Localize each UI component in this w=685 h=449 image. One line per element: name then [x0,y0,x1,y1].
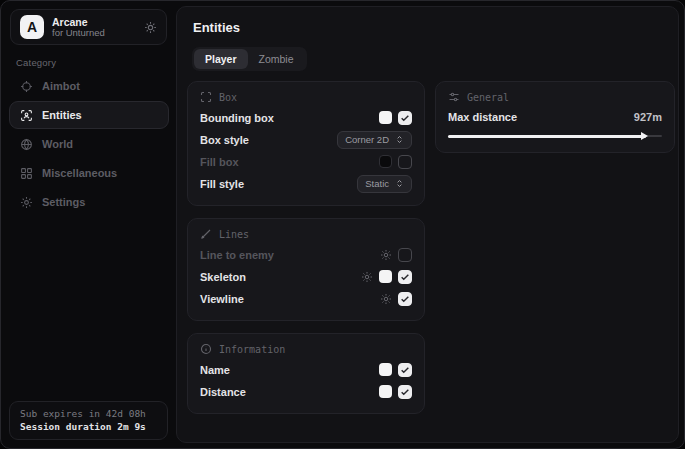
sidebar-item-label: Aimbot [42,80,80,92]
session-duration-text: Session duration 2m 9s [20,421,157,432]
unfold-icon [395,135,404,144]
sidebar-nav: Aimbot Entities World Miscellaneous [9,72,169,216]
viewline-checkbox[interactable] [398,292,412,306]
sidebar-item-aimbot[interactable]: Aimbot [9,72,169,100]
right-column: General Max distance 927m [435,81,675,153]
line-to-enemy-checkbox[interactable] [398,248,412,262]
gear-icon[interactable] [361,271,373,283]
general-section-header: General [448,91,662,103]
sub-expires-text: Sub expires in 42d 08h [20,408,157,419]
setting-row-distance: Distance [200,381,412,402]
box-section-header: Box [200,91,412,103]
sidebar-item-entities[interactable]: Entities [9,101,169,129]
app-window: A Arcane for Unturned Category Aimbot [0,0,685,449]
box-section-card: Box Bounding box Box style C [187,81,425,206]
check-icon [400,365,410,375]
color-swatch[interactable] [379,363,392,376]
lines-section-title: Lines [219,229,249,240]
check-icon [400,113,410,123]
fill-box-checkbox[interactable] [398,155,412,169]
distance-checkbox[interactable] [398,385,412,399]
sidebar-item-world[interactable]: World [9,130,169,158]
fill-style-select[interactable]: Static [357,175,412,193]
setting-row-box-style: Box style Corner 2D [200,129,412,150]
lines-section-card: Lines Line to enemy Skeleton [187,218,425,321]
sidebar: A Arcane for Unturned Category Aimbot [1,1,176,448]
category-label: Category [16,57,56,68]
slider-thumb-arrow[interactable] [641,132,648,140]
box-section-title: Box [219,92,237,103]
general-section-title: General [467,92,509,103]
check-icon [400,387,410,397]
color-swatch[interactable] [379,270,392,283]
diagonal-line-icon [200,228,212,240]
globe-icon [20,138,33,151]
gear-icon[interactable] [380,249,392,261]
brand-title: Arcane [52,16,105,28]
gear-icon [20,196,33,209]
setting-row-viewline: Viewline [200,288,412,309]
crosshair-icon [20,80,33,93]
tab-player[interactable]: Player [194,49,248,69]
max-distance-slider[interactable] [448,131,662,141]
sidebar-item-settings[interactable]: Settings [9,188,169,216]
color-swatch[interactable] [379,111,392,124]
sliders-icon [448,91,460,103]
color-swatch[interactable] [379,155,392,168]
check-icon [400,294,410,304]
color-swatch[interactable] [379,385,392,398]
setting-row-fill-style: Fill style Static [200,173,412,194]
name-checkbox[interactable] [398,363,412,377]
brand-subtitle: for Unturned [52,28,105,39]
brand-text: Arcane for Unturned [52,16,105,39]
info-icon [200,343,212,355]
setting-row-skeleton: Skeleton [200,266,412,287]
grid-icon [20,167,33,180]
setting-row-max-distance: Max distance 927m [448,107,662,127]
skeleton-checkbox[interactable] [398,270,412,284]
general-section-card: General Max distance 927m [435,81,675,153]
setting-row-fill-box: Fill box [200,151,412,172]
box-style-select[interactable]: Corner 2D [337,131,412,149]
slider-fill [448,135,646,138]
gear-icon[interactable] [380,293,392,305]
brand-card: A Arcane for Unturned [10,9,167,45]
gear-icon[interactable] [144,21,157,34]
entity-tabs: Player Zombie [192,47,307,71]
scan-corners-icon [200,91,212,103]
information-section-title: Information [219,344,285,355]
left-column: Box Bounding box Box style C [187,81,425,414]
sidebar-item-label: Miscellaneous [42,167,117,179]
subscription-status-card: Sub expires in 42d 08h Session duration … [9,401,168,440]
entities-scan-icon [20,109,33,122]
setting-row-name: Name [200,359,412,380]
tab-zombie[interactable]: Zombie [248,49,305,69]
bounding-box-checkbox[interactable] [398,111,412,125]
sidebar-item-label: Settings [42,196,85,208]
sidebar-item-miscellaneous[interactable]: Miscellaneous [9,159,169,187]
setting-row-bounding-box: Bounding box [200,107,412,128]
information-section-card: Information Name Distance [187,333,425,414]
main-panel: Entities Player Zombie Box Bounding box [176,6,679,443]
setting-row-line-to-enemy: Line to enemy [200,244,412,265]
information-section-header: Information [200,343,412,355]
sidebar-item-label: Entities [42,109,82,121]
brand-logo: A [20,15,44,39]
lines-section-header: Lines [200,228,412,240]
sidebar-item-label: World [42,138,73,150]
max-distance-value: 927m [634,111,662,123]
page-title: Entities [193,20,240,35]
check-icon [400,272,410,282]
unfold-icon [395,179,404,188]
